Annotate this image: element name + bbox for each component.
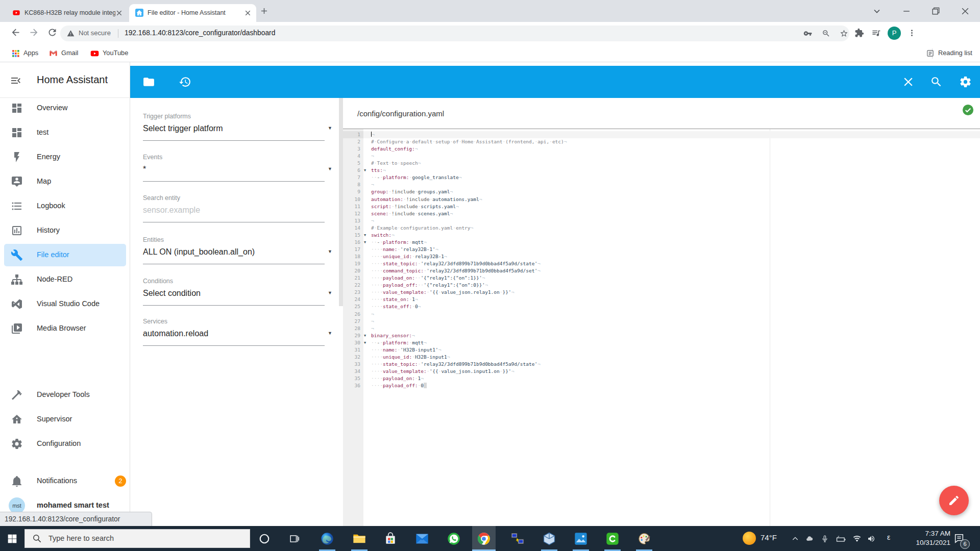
sidebar-item-notifications[interactable]: Notifications2	[4, 470, 126, 492]
tab-close-icon[interactable]	[243, 9, 252, 17]
taskbar-app-edge[interactable]	[315, 526, 339, 551]
sidebar-item-supervisor[interactable]: Supervisor	[4, 408, 126, 431]
reading-list-label[interactable]: Reading list	[938, 49, 972, 58]
weather-icon[interactable]	[743, 532, 756, 545]
battery-icon[interactable]	[836, 535, 846, 543]
code-line-9[interactable]: 9group:·!include·groups.yaml¬	[343, 188, 980, 195]
tray-chevron-icon[interactable]	[791, 535, 799, 543]
field-value[interactable]: Select condition	[143, 289, 201, 298]
field-services[interactable]: Servicesautomation.reload▼	[143, 316, 325, 343]
taskbar-app-whatsapp[interactable]	[442, 526, 465, 551]
edit-fab-button[interactable]	[939, 486, 969, 515]
code-line-24[interactable]: 24····state_on:·1¬	[343, 296, 980, 303]
folder-icon[interactable]	[142, 76, 155, 88]
menu-dots-icon[interactable]	[907, 28, 917, 38]
sidebar-item-media-browser[interactable]: Media Browser	[4, 317, 126, 340]
field-value[interactable]: Select trigger platform	[143, 124, 223, 133]
sidebar-item-configuration[interactable]: Configuration	[4, 433, 126, 455]
code-line-25[interactable]: 25····state_off:·0¬	[343, 303, 980, 310]
zoom-out-icon[interactable]	[822, 29, 830, 38]
start-button[interactable]	[7, 534, 17, 544]
settings-gear-icon[interactable]	[959, 76, 972, 88]
taskbar-app-remote-desktop[interactable]	[506, 526, 529, 551]
code-line-6[interactable]: 6▼tts:¬	[343, 167, 980, 174]
taskbar-app-file-explorer[interactable]	[348, 526, 371, 551]
bookmark-star-icon[interactable]	[840, 29, 848, 38]
code-line-17[interactable]: 17····name:·'relay32B-1'¬	[343, 246, 980, 253]
media-queue-icon[interactable]	[871, 28, 881, 38]
code-line-7[interactable]: 7··-·platform:·google_translate¬	[343, 174, 980, 181]
code-line-8[interactable]: 8¬	[343, 181, 980, 188]
taskbar-app-paint[interactable]	[632, 526, 656, 551]
code-line-13[interactable]: 13¬	[343, 217, 980, 224]
onedrive-icon[interactable]	[805, 535, 814, 543]
taskbar-app-store[interactable]	[379, 526, 402, 551]
dropdown-arrow-icon[interactable]: ▼	[328, 290, 332, 295]
taskbar-app-virtualbox[interactable]	[537, 526, 561, 551]
tab-close-icon[interactable]	[115, 9, 124, 17]
menu-toggle-icon[interactable]	[10, 74, 22, 87]
code-line-4[interactable]: 4¬	[343, 153, 980, 160]
bookmark-youtube[interactable]: YouTube	[103, 49, 128, 58]
sidebar-item-node-red[interactable]: Node-RED	[4, 268, 126, 291]
code-line-15[interactable]: 15▼switch:¬	[343, 232, 980, 239]
url-text[interactable]: 192.168.1.40:8123/core_configurator/dash…	[125, 29, 275, 37]
field-conditions[interactable]: ConditionsSelect condition▼	[143, 276, 325, 303]
fold-arrow-icon[interactable]: ▼	[364, 332, 366, 339]
extensions-icon[interactable]	[854, 28, 864, 38]
taskbar-clock[interactable]: 7:37 AM10/31/2021	[896, 529, 950, 547]
cortana-button[interactable]	[253, 526, 276, 551]
taskbar-app-photos[interactable]	[569, 526, 593, 551]
taskbar-app-camtasia[interactable]	[601, 526, 624, 551]
window-restore-button[interactable]	[930, 6, 941, 16]
refresh-button[interactable]	[47, 27, 58, 38]
bookmark-gmail[interactable]: Gmail	[61, 49, 78, 58]
dropdown-arrow-icon[interactable]: ▼	[328, 166, 332, 171]
code-line-12[interactable]: 12scene:·!include·scenes.yaml¬	[343, 210, 980, 217]
taskbar-app-mail[interactable]	[410, 526, 434, 551]
dropdown-arrow-icon[interactable]: ▼	[328, 126, 332, 131]
code-line-10[interactable]: 10automation:·!include·automations.yaml¬	[343, 196, 980, 203]
task-view-button[interactable]	[283, 526, 306, 551]
fold-arrow-icon[interactable]: ▼	[364, 232, 366, 239]
code-line-14[interactable]: 14#·Example·configuration.yaml·entry¬	[343, 224, 980, 232]
tab-kc868[interactable]: KC868-H32B relay module integr	[6, 4, 128, 22]
sidebar-item-file-editor[interactable]: File editor	[4, 244, 126, 266]
code-line-5[interactable]: 5#·Text·to·speech¬	[343, 160, 980, 167]
fold-arrow-icon[interactable]: ▼	[364, 239, 366, 246]
code-line-30[interactable]: 30▼··-·platform:·mqtt¬	[343, 339, 980, 346]
address-bar[interactable]: Not secure 192.168.1.40:8123/core_config…	[60, 26, 849, 41]
code-line-1[interactable]: 1¬	[343, 131, 980, 138]
field-value[interactable]: *	[143, 165, 146, 174]
code-line-29[interactable]: 29▼binary_sensor:¬	[343, 332, 980, 339]
dropdown-arrow-icon[interactable]: ▼	[328, 249, 332, 254]
code-line-20[interactable]: 20····command_topic:·'relay32/3dfd899b71…	[343, 267, 980, 274]
field-events[interactable]: Events*▼	[143, 152, 325, 179]
search-icon[interactable]	[930, 76, 943, 88]
new-tab-button[interactable]	[259, 6, 269, 16]
field-value[interactable]: automation.reload	[143, 329, 208, 338]
code-line-33[interactable]: 33····state_topic:·'relay32/3dfd899b71b9…	[343, 361, 980, 368]
volume-icon[interactable]	[867, 535, 875, 543]
code-line-2[interactable]: 2#·Configure·a·default·setup·of·Home·Ass…	[343, 138, 980, 145]
field-search-entity[interactable]: Search entitysensor.example	[143, 193, 325, 219]
sidebar-item-history[interactable]: History	[4, 219, 126, 242]
form-scrollbar[interactable]	[339, 98, 343, 306]
history-icon[interactable]	[179, 76, 191, 88]
taskbar-search-box[interactable]: Type here to search	[24, 529, 250, 548]
sidebar-item-visual-studio-code[interactable]: Visual Studio Code	[4, 293, 126, 315]
code-line-23[interactable]: 23····value_template:·'{{·value_json.rel…	[343, 289, 980, 296]
sidebar-item-map[interactable]: Map	[4, 170, 126, 193]
profile-avatar[interactable]: P	[888, 27, 901, 40]
fold-arrow-icon[interactable]: ▼	[364, 167, 366, 174]
sidebar-item-logbook[interactable]: Logbook	[4, 195, 126, 217]
sidebar-item-energy[interactable]: Energy	[4, 146, 126, 168]
code-line-32[interactable]: 32····unique_id:·H32B-input1¬	[343, 354, 980, 361]
sidebar-item-test[interactable]: test	[4, 121, 126, 144]
code-line-31[interactable]: 31····name:·'H32B-input1'¬	[343, 346, 980, 354]
taskbar-app-chrome[interactable]	[472, 526, 496, 551]
field-entities[interactable]: EntitiesALL ON (input_boolean.all_on)▼	[143, 235, 325, 261]
tab-search-chevron-icon[interactable]	[872, 6, 882, 16]
sidebar-item-overview[interactable]: Overview	[4, 97, 126, 119]
window-close-button[interactable]	[960, 6, 970, 16]
